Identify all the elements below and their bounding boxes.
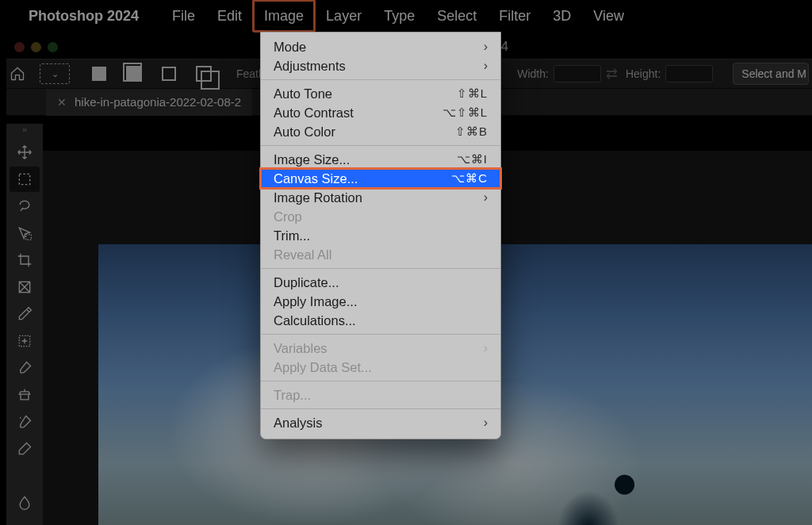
menu-item-image-rotation[interactable]: Image Rotation bbox=[261, 188, 500, 207]
menu-item-label: Trap... bbox=[274, 388, 311, 403]
mac-menu-image[interactable]: Image bbox=[253, 0, 315, 32]
menu-item-image-size[interactable]: Image Size...⌥⌘I bbox=[261, 150, 500, 169]
mac-menu-layer[interactable]: Layer bbox=[315, 0, 373, 32]
selection-boolean-group bbox=[84, 62, 219, 86]
mac-menu-edit[interactable]: Edit bbox=[206, 0, 253, 32]
menu-item-label: Auto Color bbox=[274, 125, 335, 140]
zoom-window-button[interactable] bbox=[48, 42, 58, 52]
menu-item-label: Calculations... bbox=[274, 313, 356, 328]
mac-menu-filter[interactable]: Filter bbox=[488, 0, 542, 32]
marquee-tool[interactable] bbox=[10, 167, 40, 192]
menu-separator bbox=[261, 268, 500, 269]
menu-item-label: Apply Data Set... bbox=[274, 360, 372, 375]
brush-tool[interactable] bbox=[10, 355, 40, 381]
menu-item-adjustments[interactable]: Adjustments bbox=[261, 56, 500, 75]
swap-dimensions-button[interactable]: ⇄ bbox=[606, 65, 618, 82]
menu-item-shortcut: ⌥⌘C bbox=[451, 171, 488, 186]
menu-item-analysis[interactable]: Analysis bbox=[261, 413, 500, 432]
menu-item-label: Variables bbox=[274, 341, 327, 356]
selection-mode-dropdown[interactable]: ⌄ bbox=[40, 62, 70, 86]
menu-item-duplicate[interactable]: Duplicate... bbox=[261, 273, 500, 292]
image-menu-dropdown: ModeAdjustmentsAuto Tone⇧⌘LAuto Contrast… bbox=[260, 32, 501, 439]
menu-item-auto-tone[interactable]: Auto Tone⇧⌘L bbox=[261, 84, 500, 103]
menu-item-label: Duplicate... bbox=[274, 275, 339, 290]
height-field: Height: bbox=[622, 65, 713, 82]
menu-item-shortcut: ⌥⇧⌘L bbox=[442, 105, 488, 120]
menu-item-label: Image Size... bbox=[274, 152, 350, 167]
menu-item-label: Trim... bbox=[274, 228, 310, 243]
mac-menu-file[interactable]: File bbox=[161, 0, 206, 32]
menu-item-label: Crop bbox=[274, 209, 302, 224]
menu-separator bbox=[261, 145, 500, 146]
healing-brush-tool[interactable] bbox=[10, 328, 40, 354]
menu-separator bbox=[261, 381, 500, 381]
history-brush-tool[interactable] bbox=[10, 409, 40, 435]
height-label: Height: bbox=[626, 67, 661, 80]
mac-menu-3d[interactable]: 3D bbox=[542, 0, 582, 32]
add-to-selection-button[interactable] bbox=[119, 62, 149, 86]
tools-collapse-handle[interactable] bbox=[6, 124, 43, 135]
mac-menubar: Photoshop 2024 FileEditImageLayerTypeSel… bbox=[0, 0, 812, 32]
menu-item-apply-image[interactable]: Apply Image... bbox=[261, 292, 500, 311]
menu-item-label: Canvas Size... bbox=[274, 171, 358, 186]
menu-item-label: Auto Contrast bbox=[274, 105, 354, 121]
menu-item-mode[interactable]: Mode bbox=[261, 37, 500, 56]
width-label: Width: bbox=[517, 67, 549, 80]
gradient-tool[interactable] bbox=[10, 463, 40, 489]
frame-tool[interactable] bbox=[10, 274, 40, 300]
eyedropper-tool[interactable] bbox=[10, 301, 40, 327]
home-button[interactable] bbox=[10, 62, 25, 86]
mac-menu-view[interactable]: View bbox=[582, 0, 635, 32]
close-window-button[interactable] bbox=[14, 42, 25, 52]
menu-item-trim[interactable]: Trim... bbox=[261, 226, 500, 245]
svg-rect-1 bbox=[26, 235, 32, 240]
menu-item-shortcut: ⇧⌘L bbox=[457, 86, 488, 101]
lasso-tool[interactable] bbox=[10, 194, 40, 219]
menu-item-auto-color[interactable]: Auto Color⇧⌘B bbox=[261, 122, 500, 141]
menu-separator bbox=[261, 79, 500, 80]
quick-select-tool[interactable] bbox=[10, 220, 40, 246]
menu-separator bbox=[261, 334, 500, 335]
menu-item-label: Auto Tone bbox=[274, 86, 332, 102]
eraser-tool[interactable] bbox=[10, 436, 40, 462]
menu-item-canvas-size[interactable]: Canvas Size...⌥⌘C bbox=[261, 169, 500, 188]
width-field: Width: bbox=[514, 65, 601, 82]
tools-panel bbox=[6, 135, 43, 525]
width-input[interactable] bbox=[553, 65, 601, 82]
select-and-mask-button[interactable]: Select and M bbox=[733, 63, 809, 85]
menu-item-label: Apply Image... bbox=[274, 294, 357, 309]
dodge-tool[interactable] bbox=[10, 517, 40, 525]
menu-item-auto-contrast[interactable]: Auto Contrast⌥⇧⌘L bbox=[261, 103, 500, 122]
menu-item-trap: Trap... bbox=[261, 385, 500, 404]
menu-item-label: Mode bbox=[274, 40, 306, 55]
menu-item-label: Adjustments bbox=[274, 59, 346, 74]
menu-item-reveal-all: Reveal All bbox=[261, 245, 500, 264]
blur-tool[interactable] bbox=[10, 490, 40, 515]
close-tab-icon[interactable]: ✕ bbox=[57, 96, 67, 109]
new-selection-button[interactable] bbox=[84, 62, 114, 86]
document-tab[interactable]: ✕ hike-in-patagonia-2022-02-08-2 bbox=[46, 89, 252, 116]
window-traffic-lights bbox=[14, 42, 58, 52]
menu-item-apply-data-set: Apply Data Set... bbox=[261, 358, 500, 377]
menu-item-shortcut: ⇧⌘B bbox=[455, 125, 488, 139]
canvas-image-subject bbox=[550, 474, 645, 525]
menu-item-label: Reveal All bbox=[274, 247, 331, 262]
mac-menu-type[interactable]: Type bbox=[373, 0, 426, 32]
menu-item-shortcut: ⌥⌘I bbox=[457, 152, 488, 167]
subtract-selection-button[interactable] bbox=[154, 62, 184, 86]
menu-item-crop: Crop bbox=[261, 207, 500, 226]
crop-tool[interactable] bbox=[10, 247, 40, 273]
intersect-selection-button[interactable] bbox=[189, 62, 219, 86]
menu-item-label: Analysis bbox=[274, 416, 322, 431]
menu-item-calculations[interactable]: Calculations... bbox=[261, 311, 500, 330]
minimize-window-button[interactable] bbox=[31, 42, 41, 52]
mac-menu-select[interactable]: Select bbox=[426, 0, 488, 32]
menu-separator bbox=[261, 408, 500, 409]
move-tool[interactable] bbox=[10, 140, 40, 165]
height-input[interactable] bbox=[665, 65, 713, 82]
document-tab-label: hike-in-patagonia-2022-02-08-2 bbox=[75, 95, 241, 109]
clone-stamp-tool[interactable] bbox=[10, 382, 40, 408]
menu-item-label: Image Rotation bbox=[274, 190, 362, 205]
svg-rect-0 bbox=[19, 174, 29, 184]
app-title: Photoshop 2024 bbox=[29, 8, 139, 25]
